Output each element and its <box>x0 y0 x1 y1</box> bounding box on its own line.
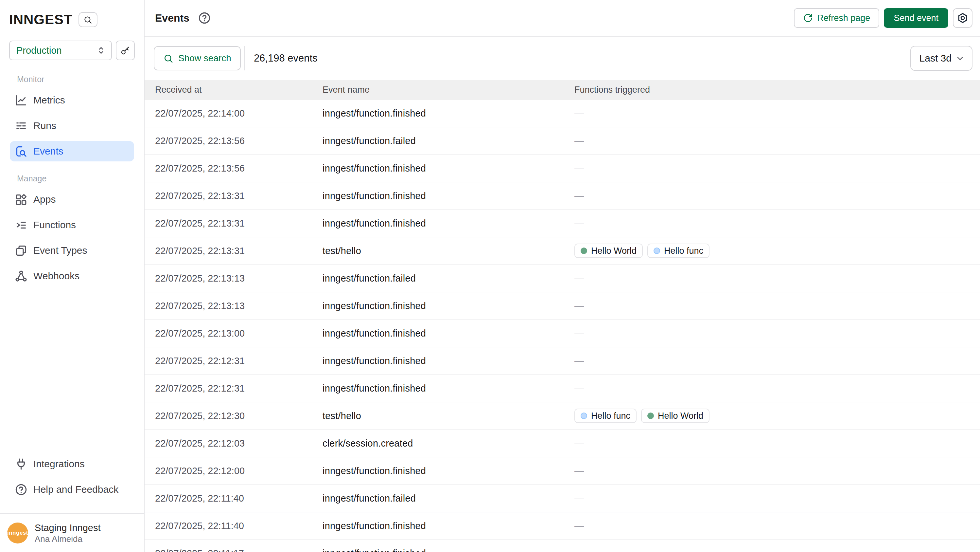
sidebar-item-apps[interactable]: Apps <box>10 189 134 209</box>
settings-button[interactable] <box>953 8 972 28</box>
received-at-cell: 22/07/2025, 22:13:56 <box>145 155 312 182</box>
metrics-chart-icon <box>15 94 27 107</box>
sidebar-item-functions[interactable]: Functions <box>10 215 134 235</box>
received-at-cell: 22/07/2025, 22:12:30 <box>145 402 312 429</box>
column-header-functions-triggered: Functions triggered <box>564 80 980 100</box>
table-row[interactable]: 22/07/2025, 22:13:56 inngest/function.fi… <box>145 155 980 182</box>
event-name-cell: clerk/session.created <box>312 430 564 457</box>
runs-list-icon <box>15 120 27 132</box>
functions-triggered-cell: — <box>564 155 980 182</box>
event-name-cell: test/hello <box>312 238 564 264</box>
workspace-name: Staging Inngest <box>35 522 101 534</box>
sidebar-item-webhooks[interactable]: Webhooks <box>10 266 134 286</box>
empty-marker: — <box>574 438 584 449</box>
sidebar-section: Monitor Metrics Runs Events <box>10 75 134 161</box>
function-status-dot-green <box>648 413 654 419</box>
received-at-cell: 22/07/2025, 22:12:00 <box>145 457 312 484</box>
empty-marker: — <box>574 108 584 119</box>
table-row[interactable]: 22/07/2025, 22:13:31 inngest/function.fi… <box>145 182 980 210</box>
empty-marker: — <box>574 493 584 504</box>
function-badge-label: Hello func <box>664 246 703 256</box>
account-section[interactable]: inngest Staging Inngest Ana Almeida <box>0 514 144 552</box>
table-row[interactable]: 22/07/2025, 22:11:40 inngest/function.fa… <box>145 485 980 512</box>
functions-triggered-cell: — <box>564 375 980 402</box>
table-row[interactable]: 22/07/2025, 22:12:31 inngest/function.fi… <box>145 347 980 375</box>
sidebar-item-help-and-feedback[interactable]: Help and Feedback <box>10 479 134 499</box>
functions-icon <box>15 219 27 231</box>
sidebar-item-event-types[interactable]: Event Types <box>10 240 134 261</box>
sidebar-item-label: Event Types <box>33 245 88 256</box>
event-keys-button[interactable] <box>116 41 135 60</box>
table-row[interactable]: 22/07/2025, 22:11:17 inngest/function.fi… <box>145 540 980 552</box>
functions-triggered-cell: — <box>564 128 980 154</box>
table-row[interactable]: 22/07/2025, 22:13:31 inngest/function.fi… <box>145 210 980 238</box>
sidebar-item-metrics[interactable]: Metrics <box>10 90 134 110</box>
functions-triggered-cell: — <box>564 320 980 347</box>
empty-marker: — <box>574 136 584 146</box>
function-badge-label: Hello World <box>658 411 703 421</box>
logo-row: INNGEST <box>9 12 135 27</box>
function-badge[interactable]: Hello World <box>641 408 710 423</box>
page-header: Events Refresh page Send event <box>145 0 980 37</box>
table-row[interactable]: 22/07/2025, 22:13:31 test/hello Hello Wo… <box>145 238 980 265</box>
received-at-cell: 22/07/2025, 22:12:03 <box>145 430 312 457</box>
table-row[interactable]: 22/07/2025, 22:14:00 inngest/function.fi… <box>145 100 980 128</box>
sidebar-footer-nav: Integrations Help and Feedback <box>0 454 144 505</box>
function-badge[interactable]: Hello World <box>574 244 643 258</box>
sidebar-item-label: Integrations <box>33 458 85 469</box>
sidebar-item-events[interactable]: Events <box>10 141 134 161</box>
sidebar-item-integrations[interactable]: Integrations <box>10 454 134 474</box>
event-name-cell: inngest/function.finished <box>312 540 564 552</box>
event-types-icon <box>15 244 27 257</box>
environment-select[interactable]: Production <box>9 41 112 60</box>
received-at-cell: 22/07/2025, 22:13:31 <box>145 238 312 264</box>
time-range-select[interactable]: Last 3d <box>910 46 972 71</box>
chevron-down-icon <box>956 54 965 63</box>
global-search-button[interactable] <box>78 12 97 27</box>
functions-triggered-cell: Hello func Hello World <box>564 402 980 429</box>
table-row[interactable]: 22/07/2025, 22:11:40 inngest/function.fi… <box>145 512 980 540</box>
event-name-cell: inngest/function.finished <box>312 210 564 237</box>
send-event-button[interactable]: Send event <box>884 8 948 28</box>
settings-icon <box>957 13 968 24</box>
received-at-cell: 22/07/2025, 22:11:17 <box>145 540 312 552</box>
events-count: 26,198 events <box>254 53 318 64</box>
search-icon <box>163 53 173 64</box>
key-icon <box>120 46 130 55</box>
user-name: Ana Almeida <box>35 534 101 544</box>
page-title: Events <box>155 12 189 24</box>
received-at-cell: 22/07/2025, 22:13:31 <box>145 182 312 209</box>
sidebar-item-label: Functions <box>33 219 76 230</box>
table-row[interactable]: 22/07/2025, 22:13:13 inngest/function.fa… <box>145 265 980 292</box>
sidebar-item-label: Apps <box>33 194 56 205</box>
page-help-button[interactable] <box>198 11 211 25</box>
sidebar-item-label: Metrics <box>33 95 65 106</box>
sidebar: INNGEST Production Monitor Metrics Runs … <box>0 0 145 552</box>
event-name-cell: inngest/function.finished <box>312 182 564 209</box>
table-row[interactable]: 22/07/2025, 22:13:00 inngest/function.fi… <box>145 320 980 347</box>
table-row[interactable]: 22/07/2025, 22:13:13 inngest/function.fi… <box>145 292 980 320</box>
event-name-cell: inngest/function.finished <box>312 320 564 347</box>
sidebar-item-runs[interactable]: Runs <box>10 116 134 136</box>
table-row[interactable]: 22/07/2025, 22:12:03 clerk/session.creat… <box>145 430 980 457</box>
function-status-dot-green <box>581 247 587 254</box>
refresh-page-button[interactable]: Refresh page <box>794 8 879 28</box>
table-row[interactable]: 22/07/2025, 22:12:30 test/hello Hello fu… <box>145 402 980 430</box>
event-name-cell: inngest/function.finished <box>312 100 564 127</box>
function-badge[interactable]: Hello func <box>648 244 710 258</box>
help-circle-icon <box>198 11 211 25</box>
show-search-button[interactable]: Show search <box>154 46 241 70</box>
event-name-cell: test/hello <box>312 402 564 429</box>
function-badge[interactable]: Hello func <box>574 408 636 423</box>
function-badge-label: Hello World <box>591 246 636 256</box>
sidebar-section-label: Monitor <box>17 75 134 84</box>
table-row[interactable]: 22/07/2025, 22:13:56 inngest/function.fa… <box>145 128 980 155</box>
table-row[interactable]: 22/07/2025, 22:12:00 inngest/function.fi… <box>145 457 980 485</box>
sidebar-section-label: Manage <box>17 174 134 183</box>
table-row[interactable]: 22/07/2025, 22:12:31 inngest/function.fi… <box>145 375 980 402</box>
column-header-event-name: Event name <box>312 80 564 100</box>
received-at-cell: 22/07/2025, 22:13:00 <box>145 320 312 347</box>
empty-marker: — <box>574 383 584 394</box>
events-table-body: 22/07/2025, 22:14:00 inngest/function.fi… <box>145 100 980 552</box>
event-name-cell: inngest/function.finished <box>312 375 564 402</box>
